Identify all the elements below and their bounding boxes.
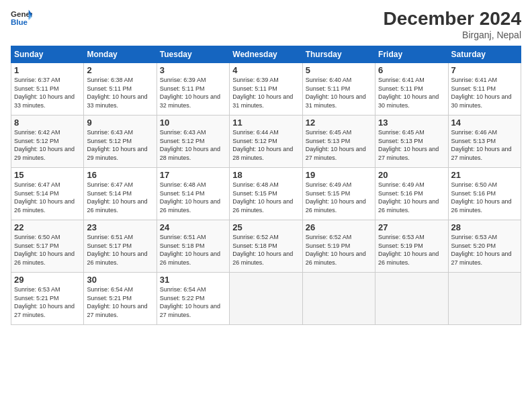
table-row: 5 Sunrise: 6:40 AM Sunset: 5:11 PM Dayli… <box>302 63 375 116</box>
table-row: 14 Sunrise: 6:46 AM Sunset: 5:13 PM Dayl… <box>448 116 521 168</box>
day-number: 10 <box>160 118 226 128</box>
table-row: 15 Sunrise: 6:47 AM Sunset: 5:14 PM Dayl… <box>11 168 84 220</box>
table-row: 9 Sunrise: 6:43 AM Sunset: 5:12 PM Dayli… <box>84 116 157 168</box>
table-row: 29 Sunrise: 6:53 AM Sunset: 5:21 PM Dayl… <box>11 273 84 325</box>
header-row: Sunday Monday Tuesday Wednesday Thursday… <box>11 46 521 63</box>
calendar-week: 8 Sunrise: 6:42 AM Sunset: 5:12 PM Dayli… <box>11 116 521 168</box>
day-number: 8 <box>14 118 81 128</box>
day-number: 5 <box>306 65 372 75</box>
day-info: Sunrise: 6:53 AM Sunset: 5:20 PM Dayligh… <box>451 233 518 267</box>
table-row: 3 Sunrise: 6:39 AM Sunset: 5:11 PM Dayli… <box>157 63 229 116</box>
day-info: Sunrise: 6:50 AM Sunset: 5:16 PM Dayligh… <box>451 181 518 214</box>
table-row: 11 Sunrise: 6:44 AM Sunset: 5:12 PM Dayl… <box>230 116 302 168</box>
calendar-week: 1 Sunrise: 6:37 AM Sunset: 5:11 PM Dayli… <box>11 63 521 116</box>
svg-text:Blue: Blue <box>11 18 28 26</box>
day-number: 12 <box>306 118 372 128</box>
day-number: 15 <box>14 170 81 180</box>
day-info: Sunrise: 6:53 AM Sunset: 5:19 PM Dayligh… <box>378 233 445 267</box>
day-number: 30 <box>87 275 153 285</box>
table-row: 31 Sunrise: 6:54 AM Sunset: 5:22 PM Dayl… <box>157 273 229 325</box>
calendar-week: 22 Sunrise: 6:50 AM Sunset: 5:17 PM Dayl… <box>11 220 521 273</box>
col-friday: Friday <box>375 46 448 63</box>
day-number: 25 <box>232 222 299 232</box>
table-row: 22 Sunrise: 6:50 AM Sunset: 5:17 PM Dayl… <box>11 220 84 273</box>
table-row: 20 Sunrise: 6:49 AM Sunset: 5:16 PM Dayl… <box>375 168 448 220</box>
table-row: 17 Sunrise: 6:48 AM Sunset: 5:14 PM Dayl… <box>157 168 229 220</box>
day-number: 19 <box>306 170 372 180</box>
day-info: Sunrise: 6:49 AM Sunset: 5:16 PM Dayligh… <box>378 181 445 214</box>
day-number: 21 <box>451 170 518 180</box>
day-info: Sunrise: 6:43 AM Sunset: 5:12 PM Dayligh… <box>87 128 153 162</box>
table-row: 28 Sunrise: 6:53 AM Sunset: 5:20 PM Dayl… <box>448 220 521 273</box>
table-row: 13 Sunrise: 6:45 AM Sunset: 5:13 PM Dayl… <box>375 116 448 168</box>
header: General Blue December 2024 Birganj, Nepa… <box>11 8 521 40</box>
day-info: Sunrise: 6:51 AM Sunset: 5:18 PM Dayligh… <box>160 233 226 267</box>
day-number: 14 <box>451 118 518 128</box>
col-thursday: Thursday <box>302 46 375 63</box>
logo: General Blue <box>11 8 32 27</box>
table-row: 26 Sunrise: 6:52 AM Sunset: 5:19 PM Dayl… <box>302 220 375 273</box>
col-sunday: Sunday <box>11 46 84 63</box>
col-wednesday: Wednesday <box>230 46 302 63</box>
day-info: Sunrise: 6:48 AM Sunset: 5:14 PM Dayligh… <box>160 181 226 214</box>
table-row <box>230 273 302 325</box>
month-title: December 2024 <box>384 8 521 30</box>
day-number: 4 <box>232 65 299 75</box>
day-info: Sunrise: 6:48 AM Sunset: 5:15 PM Dayligh… <box>232 181 299 214</box>
day-info: Sunrise: 6:42 AM Sunset: 5:12 PM Dayligh… <box>14 128 81 162</box>
table-row <box>302 273 375 325</box>
day-number: 20 <box>378 170 445 180</box>
table-row: 2 Sunrise: 6:38 AM Sunset: 5:11 PM Dayli… <box>84 63 157 116</box>
day-number: 3 <box>160 65 226 75</box>
day-number: 26 <box>306 222 372 232</box>
day-info: Sunrise: 6:52 AM Sunset: 5:19 PM Dayligh… <box>306 233 372 267</box>
day-info: Sunrise: 6:51 AM Sunset: 5:17 PM Dayligh… <box>87 233 153 267</box>
day-number: 22 <box>14 222 81 232</box>
day-info: Sunrise: 6:53 AM Sunset: 5:21 PM Dayligh… <box>14 285 81 319</box>
day-info: Sunrise: 6:37 AM Sunset: 5:11 PM Dayligh… <box>14 76 81 109</box>
day-info: Sunrise: 6:45 AM Sunset: 5:13 PM Dayligh… <box>378 128 445 162</box>
day-info: Sunrise: 6:39 AM Sunset: 5:11 PM Dayligh… <box>160 76 226 109</box>
table-row: 24 Sunrise: 6:51 AM Sunset: 5:18 PM Dayl… <box>157 220 229 273</box>
day-number: 23 <box>87 222 153 232</box>
day-number: 9 <box>87 118 153 128</box>
title-block: December 2024 Birganj, Nepal <box>384 8 521 40</box>
col-monday: Monday <box>84 46 157 63</box>
day-info: Sunrise: 6:40 AM Sunset: 5:11 PM Dayligh… <box>306 76 372 109</box>
table-row <box>448 273 521 325</box>
day-info: Sunrise: 6:41 AM Sunset: 5:11 PM Dayligh… <box>451 76 518 109</box>
day-number: 24 <box>160 222 226 232</box>
calendar-table: Sunday Monday Tuesday Wednesday Thursday… <box>11 46 521 325</box>
table-row: 21 Sunrise: 6:50 AM Sunset: 5:16 PM Dayl… <box>448 168 521 220</box>
calendar-week: 15 Sunrise: 6:47 AM Sunset: 5:14 PM Dayl… <box>11 168 521 220</box>
table-row: 6 Sunrise: 6:41 AM Sunset: 5:11 PM Dayli… <box>375 63 448 116</box>
table-row: 12 Sunrise: 6:45 AM Sunset: 5:13 PM Dayl… <box>302 116 375 168</box>
day-info: Sunrise: 6:45 AM Sunset: 5:13 PM Dayligh… <box>306 128 372 162</box>
day-info: Sunrise: 6:41 AM Sunset: 5:11 PM Dayligh… <box>378 76 445 109</box>
day-info: Sunrise: 6:39 AM Sunset: 5:11 PM Dayligh… <box>232 76 299 109</box>
day-number: 1 <box>14 65 81 75</box>
day-number: 29 <box>14 275 81 285</box>
table-row: 30 Sunrise: 6:54 AM Sunset: 5:21 PM Dayl… <box>84 273 157 325</box>
day-number: 13 <box>378 118 445 128</box>
table-row: 10 Sunrise: 6:43 AM Sunset: 5:12 PM Dayl… <box>157 116 229 168</box>
day-info: Sunrise: 6:38 AM Sunset: 5:11 PM Dayligh… <box>87 76 153 109</box>
col-tuesday: Tuesday <box>157 46 229 63</box>
day-number: 7 <box>451 65 518 75</box>
table-row: 1 Sunrise: 6:37 AM Sunset: 5:11 PM Dayli… <box>11 63 84 116</box>
page-container: General Blue December 2024 Birganj, Nepa… <box>0 0 532 330</box>
table-row: 7 Sunrise: 6:41 AM Sunset: 5:11 PM Dayli… <box>448 63 521 116</box>
day-number: 17 <box>160 170 226 180</box>
table-row: 8 Sunrise: 6:42 AM Sunset: 5:12 PM Dayli… <box>11 116 84 168</box>
day-info: Sunrise: 6:47 AM Sunset: 5:14 PM Dayligh… <box>87 181 153 214</box>
day-info: Sunrise: 6:47 AM Sunset: 5:14 PM Dayligh… <box>14 181 81 214</box>
day-info: Sunrise: 6:54 AM Sunset: 5:21 PM Dayligh… <box>87 285 153 319</box>
table-row: 25 Sunrise: 6:52 AM Sunset: 5:18 PM Dayl… <box>230 220 302 273</box>
day-info: Sunrise: 6:44 AM Sunset: 5:12 PM Dayligh… <box>232 128 299 162</box>
day-number: 18 <box>232 170 299 180</box>
table-row: 27 Sunrise: 6:53 AM Sunset: 5:19 PM Dayl… <box>375 220 448 273</box>
day-number: 16 <box>87 170 153 180</box>
col-saturday: Saturday <box>448 46 521 63</box>
calendar-week: 29 Sunrise: 6:53 AM Sunset: 5:21 PM Dayl… <box>11 273 521 325</box>
day-number: 6 <box>378 65 445 75</box>
